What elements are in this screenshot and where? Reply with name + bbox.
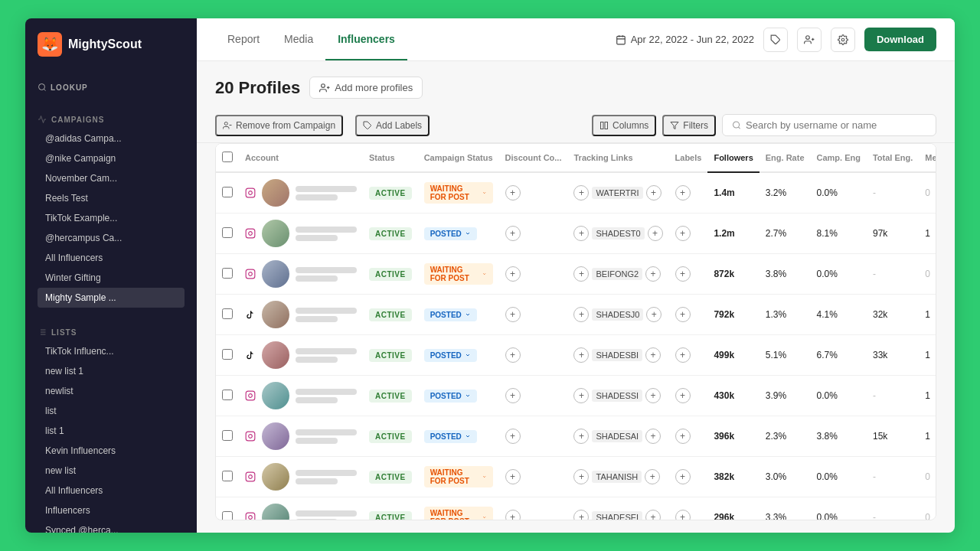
tags-button[interactable]	[763, 28, 788, 52]
sidebar-item-campaign-8[interactable]: Mighty Sample ...	[38, 288, 185, 308]
tracking-add-more-button[interactable]: +	[645, 347, 661, 363]
label-add-button[interactable]: +	[675, 307, 691, 322]
tracking-add-more-button[interactable]: +	[646, 185, 662, 201]
columns-icon	[599, 121, 609, 130]
discount-add-button[interactable]: +	[505, 266, 521, 282]
label-add-button[interactable]: +	[675, 510, 691, 520]
label-add-button[interactable]: +	[675, 266, 691, 282]
discount-add-button[interactable]: +	[505, 185, 521, 201]
campaign-status-badge[interactable]: WAITING FOR POST	[424, 466, 493, 487]
campaign-status-badge[interactable]: WAITING FOR POST	[424, 182, 493, 204]
tracking-add-more-button[interactable]: +	[645, 510, 661, 520]
tracking-add-button[interactable]: +	[573, 469, 589, 484]
sidebar-item-list-9[interactable]: Synced @herca...	[38, 520, 185, 533]
name-lines	[296, 389, 357, 403]
sidebar-item-list-8[interactable]: Influencers	[38, 500, 185, 520]
account-cell	[245, 301, 357, 328]
label-add-button[interactable]: +	[675, 388, 691, 403]
tracking-label: SHADESEI	[592, 511, 642, 520]
row-checkbox[interactable]	[222, 268, 233, 279]
gear-icon	[838, 34, 848, 45]
filters-button[interactable]: Filters	[662, 115, 716, 136]
select-all-checkbox[interactable]	[222, 152, 233, 162]
tracking-add-button[interactable]: +	[573, 510, 589, 520]
sidebar-item-list-5[interactable]: Kevin Influencers	[38, 441, 185, 461]
status-badge: ACTIVE	[369, 511, 412, 521]
sidebar-item-list-4[interactable]: list 1	[38, 421, 185, 441]
sidebar-item-campaign-4[interactable]: TikTok Example...	[38, 208, 185, 228]
sidebar-item-list-2[interactable]: newlist	[38, 381, 185, 401]
discount-add-button[interactable]: +	[505, 510, 521, 520]
add-profiles-button[interactable]: Add more profiles	[309, 77, 423, 99]
label-add-button[interactable]: +	[675, 226, 691, 241]
campaign-status-badge[interactable]: WAITING FOR POST	[424, 507, 493, 520]
sidebar-item-campaign-0[interactable]: @adidas Campa...	[38, 129, 185, 148]
campaign-status-badge[interactable]: POSTED	[424, 349, 477, 362]
label-add-button[interactable]: +	[675, 429, 691, 444]
discount-add-button[interactable]: +	[505, 226, 521, 241]
sidebar-item-list-6[interactable]: new list	[38, 461, 185, 481]
svg-rect-31	[246, 229, 255, 238]
campaign-status-badge[interactable]: POSTED	[424, 430, 477, 443]
sidebar-item-list-3[interactable]: list	[38, 401, 185, 421]
tracking-add-button[interactable]: +	[573, 388, 589, 403]
tab-media[interactable]: Media	[272, 18, 325, 60]
date-range[interactable]: Apr 22, 2022 - Jun 22, 2022	[616, 34, 754, 45]
discount-add-button[interactable]: +	[505, 388, 521, 403]
discount-add-button[interactable]: +	[505, 429, 521, 444]
label-add-button[interactable]: +	[675, 185, 691, 201]
discount-add-button[interactable]: +	[505, 307, 521, 322]
tracking-add-more-button[interactable]: +	[646, 307, 662, 322]
tracking-add-button[interactable]: +	[573, 226, 589, 241]
campaign-status-badge[interactable]: POSTED	[424, 227, 477, 240]
tracking-add-more-button[interactable]: +	[645, 429, 661, 444]
add-labels-button[interactable]: Add Labels	[355, 115, 430, 136]
col-camp-eng: Camp. Eng	[811, 144, 867, 172]
sidebar-item-campaign-1[interactable]: @nike Campaign	[38, 148, 185, 168]
sidebar-item-campaign-5[interactable]: @hercampus Ca...	[38, 228, 185, 248]
tracking-add-more-button[interactable]: +	[648, 226, 663, 241]
label-add-button[interactable]: +	[675, 469, 691, 484]
avatar	[262, 179, 289, 207]
row-checkbox[interactable]	[222, 227, 233, 238]
sidebar-item-list-7[interactable]: All Influencers	[38, 481, 185, 500]
row-checkbox[interactable]	[222, 349, 233, 360]
tracking-add-button[interactable]: +	[573, 185, 589, 201]
search-input[interactable]	[746, 119, 926, 131]
row-checkbox[interactable]	[222, 471, 233, 481]
svg-rect-24	[600, 122, 603, 129]
sidebar-item-campaign-3[interactable]: Reels Test	[38, 188, 185, 208]
media-value: 1	[919, 335, 936, 376]
sidebar-item-campaign-6[interactable]: All Influencers	[38, 248, 185, 268]
tab-report[interactable]: Report	[215, 18, 272, 60]
discount-add-button[interactable]: +	[505, 469, 521, 484]
columns-button[interactable]: Columns	[592, 115, 656, 136]
chevron-down-icon	[482, 514, 486, 520]
remove-from-campaign-button[interactable]: Remove from Campaign	[215, 115, 343, 136]
row-checkbox[interactable]	[222, 308, 233, 319]
label-add-button[interactable]: +	[675, 347, 691, 363]
settings-button[interactable]	[831, 28, 855, 52]
tracking-add-button[interactable]: +	[573, 266, 589, 282]
tracking-add-more-button[interactable]: +	[645, 469, 660, 484]
sidebar-item-campaign-7[interactable]: Winter Gifting	[38, 268, 185, 288]
campaign-status-badge[interactable]: POSTED	[424, 308, 477, 321]
add-user-button[interactable]	[797, 28, 822, 52]
sidebar-item-list-0[interactable]: TikTok Influenc...	[38, 341, 185, 361]
tab-influencers[interactable]: Influencers	[325, 18, 407, 60]
tracking-add-more-button[interactable]: +	[645, 266, 661, 282]
sidebar-item-campaign-2[interactable]: November Cam...	[38, 168, 185, 188]
campaign-status-badge[interactable]: WAITING FOR POST	[424, 263, 493, 285]
campaign-status-badge[interactable]: POSTED	[424, 390, 477, 403]
discount-add-button[interactable]: +	[505, 347, 521, 363]
tracking-add-button[interactable]: +	[573, 347, 589, 363]
row-checkbox[interactable]	[222, 390, 233, 400]
row-checkbox[interactable]	[222, 430, 233, 441]
row-checkbox[interactable]	[222, 187, 233, 197]
tracking-add-more-button[interactable]: +	[645, 388, 661, 403]
row-checkbox[interactable]	[222, 511, 233, 521]
download-button[interactable]: Download	[864, 28, 936, 51]
tracking-add-button[interactable]: +	[573, 429, 589, 444]
tracking-add-button[interactable]: +	[573, 307, 589, 322]
sidebar-item-list-1[interactable]: new list 1	[38, 361, 185, 381]
